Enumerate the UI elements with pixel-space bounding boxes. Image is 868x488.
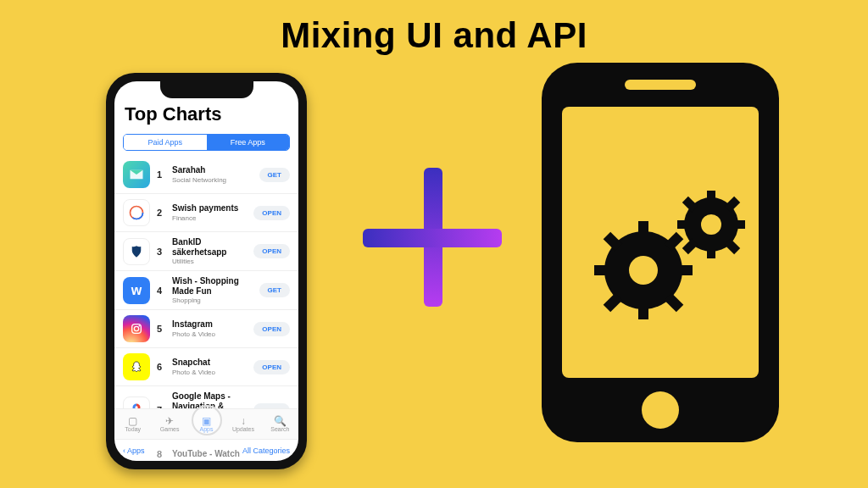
svg-point-3: [134, 326, 138, 330]
segment-free[interactable]: Free Apps: [207, 135, 290, 150]
list-item[interactable]: w 4 Wish - Shopping Made FunShopping GET: [114, 271, 298, 310]
app-category: Social Networking: [172, 176, 253, 184]
rank: 5: [157, 324, 165, 334]
notch: [160, 81, 253, 98]
app-name: Instagram: [172, 319, 247, 330]
phone-mockup: Top Charts Paid Apps Free Apps 1 Sarahah…: [106, 73, 307, 469]
svg-rect-12: [638, 221, 648, 238]
segmented-control[interactable]: Paid Apps Free Apps: [123, 134, 290, 151]
app-icon: [123, 315, 150, 342]
list-item[interactable]: 5 InstagramPhoto & Video OPEN: [114, 310, 298, 348]
svg-rect-13: [638, 302, 648, 319]
segment-paid[interactable]: Paid Apps: [124, 135, 207, 150]
app-icon: [123, 161, 150, 188]
search-icon: 🔍: [274, 416, 287, 426]
back-link[interactable]: ‹ Apps: [123, 446, 145, 455]
action-button[interactable]: GET: [259, 283, 290, 297]
list-item[interactable]: 1 SarahahSocial Networking GET: [114, 156, 298, 194]
app-icon: [123, 238, 150, 265]
plus-icon: [363, 168, 502, 307]
today-icon: ▢: [128, 416, 137, 426]
list-item[interactable]: 2 Swish paymentsFinance OPEN: [114, 194, 298, 232]
app-icon: w: [123, 277, 150, 304]
tab-search[interactable]: 🔍Search: [262, 409, 298, 439]
svg-rect-15: [676, 265, 693, 275]
tab-bar: ▢Today ✈Games ▣Apps ↓Updates 🔍Search: [114, 408, 298, 439]
games-icon: ✈: [165, 416, 174, 426]
page-title: Mixing UI and API: [0, 0, 868, 56]
app-name: Sarahah: [172, 165, 253, 175]
rank: 6: [157, 362, 165, 372]
tab-today[interactable]: ▢Today: [114, 409, 151, 439]
tab-apps[interactable]: ▣Apps: [188, 409, 225, 439]
rank: 2: [157, 208, 165, 218]
app-name: Wish - Shopping Made Fun: [172, 276, 253, 296]
phone-silhouette: [542, 63, 779, 442]
app-name: Snapchat: [172, 358, 247, 368]
app-icon: [123, 353, 150, 380]
action-button[interactable]: OPEN: [253, 360, 290, 374]
app-name: Swish payments: [172, 203, 247, 214]
app-category: Photo & Video: [172, 330, 247, 338]
updates-icon: ↓: [241, 416, 246, 426]
categories-link[interactable]: All Categories: [242, 446, 290, 455]
stage: Top Charts Paid Apps Free Apps 1 Sarahah…: [0, 56, 868, 471]
svg-rect-22: [707, 191, 715, 204]
tab-updates[interactable]: ↓Updates: [225, 409, 261, 439]
rank: 3: [157, 247, 165, 257]
svg-rect-24: [677, 220, 691, 229]
svg-rect-14: [594, 265, 611, 275]
svg-point-11: [629, 256, 658, 285]
rank: 1: [157, 169, 165, 180]
svg-point-4: [139, 325, 141, 327]
list-item[interactable]: 3 BankID säkerhetsappUtilities OPEN: [114, 232, 298, 271]
app-category: Finance: [172, 214, 247, 222]
svg-rect-23: [707, 245, 715, 258]
phone-screen: Top Charts Paid Apps Free Apps 1 Sarahah…: [114, 81, 298, 461]
action-button[interactable]: OPEN: [253, 244, 290, 258]
app-icon: [123, 199, 150, 226]
footer-nav: ‹ Apps All Categories: [114, 439, 298, 461]
apps-icon: ▣: [202, 416, 211, 426]
action-button[interactable]: OPEN: [253, 322, 290, 336]
app-category: Photo & Video: [172, 369, 247, 376]
svg-rect-8: [625, 80, 696, 90]
svg-point-9: [642, 391, 679, 429]
svg-point-21: [701, 214, 721, 235]
action-button[interactable]: OPEN: [253, 206, 290, 220]
action-button[interactable]: GET: [259, 168, 290, 182]
app-category: Utilities: [172, 258, 247, 265]
rank: 4: [157, 286, 165, 296]
tab-games[interactable]: ✈Games: [151, 409, 187, 439]
app-category: Shopping: [172, 297, 253, 304]
svg-rect-25: [732, 220, 745, 229]
list-item[interactable]: 6 SnapchatPhoto & Video OPEN: [114, 348, 298, 386]
app-name: BankID säkerhetsapp: [172, 237, 247, 257]
